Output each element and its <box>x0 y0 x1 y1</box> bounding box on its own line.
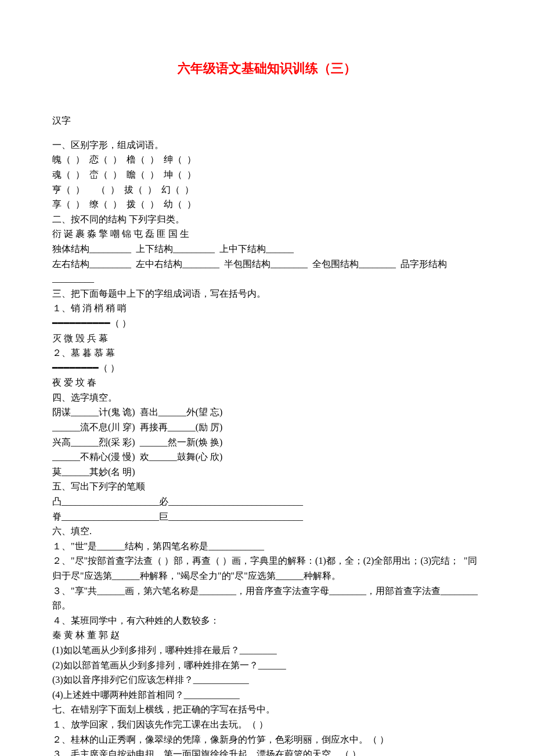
section-3-heading: 三、把下面每题中上下的字组成词语，写在括号内。 <box>52 286 482 301</box>
section-7-heading: 七、在错别字下面划上横线，把正确的字写在括号中。 <box>52 702 482 717</box>
section-1-line: 亨（ ） （ ） 拔（ ） 幻（ ） <box>52 182 482 197</box>
section-5-line: 凸_____________________必_________________… <box>52 494 482 509</box>
section-3-line: 灭 微 毁 兵 幕 <box>52 331 482 346</box>
section-4-line: ______不精心(漫 慢) 欢______鼓舞(心 欣) <box>52 449 482 465</box>
section-3-line: ２、墓 暮 慕 幕 <box>52 345 482 361</box>
section-2-line: 独体结构_________ 上下结构_________ 上中下结构______ <box>52 242 482 257</box>
section-4-line: 兴高______烈(采 彩) ______然一新(焕 换) <box>52 435 482 450</box>
section-6-line: ２、"尽"按部首查字法查（ ）部，再查（ ）画，字典里的解释：(1)都，全；(2… <box>52 553 482 583</box>
section-4-heading: 四、选字填空。 <box>52 390 482 405</box>
section-1-line: 魄（ ） 恋（ ） 橹（ ） 绅（ ） <box>52 152 482 167</box>
section-6-line: (4)上述姓中哪两种姓部首相同？____________ <box>52 687 482 703</box>
section-6-line: ４、某班同学中，有六种姓的人数较多： <box>52 613 482 628</box>
section-3-line: 夜 爱 坟 春 <box>52 375 482 390</box>
section-6-line: (1)如以笔画从少到多排列，哪种姓排在最后？________ <box>52 643 482 658</box>
section-2-line: 衍 诞 裹 淼 擎 嘲 锦 屯 磊 匪 国 生 <box>52 226 482 242</box>
section-3-line: ━━━━━━━━━━（ ） <box>52 316 482 331</box>
section-2-heading: 二、按不同的结构 下列字归类。 <box>52 212 482 227</box>
section-6-line: １、"世"是______结构，第四笔名称是____________ <box>52 539 482 554</box>
section-3-line: ━━━━━━━━（ ） <box>52 361 482 376</box>
section-6-line: ３、"享"共______画，第六笔名称是________，用音序查字法查字母__… <box>52 584 482 613</box>
section-1-heading: 一、区别字形，组成词语。 <box>52 138 482 153</box>
section-3-line: １、销 消 梢 稍 哨 <box>52 301 482 316</box>
section-7-line: ２、桂林的山正秀啊，像翠绿的凭障，像新身的竹笋，色彩明丽，倒应水中。（ ） <box>52 732 482 747</box>
section-6-line: (3)如以音序排列它们应该怎样排？____________ <box>52 672 482 687</box>
section-7-line: １、放学回家，我们因该先作完工课在出去玩。（ ） <box>52 717 482 732</box>
section-5-heading: 五、写出下列字的笔顺 <box>52 479 482 494</box>
section-4-line: ______流不息(川 穿) 再接再______(励 厉) <box>52 420 482 435</box>
section-4-line: 莫______其妙(名 明) <box>52 465 482 480</box>
section-6-line: 秦 黄 林 董 郭 赵 <box>52 628 482 643</box>
subject-header: 汉字 <box>52 113 482 128</box>
page-title: 六年级语文基础知识训练（三） <box>52 58 482 78</box>
section-1-line: 魂（ ） 峦（ ） 瞻（ ） 坤（ ） <box>52 167 482 182</box>
section-4-line: 阴谋______计(鬼 诡) 喜出______外(望 忘) <box>52 405 482 420</box>
section-2-line: 左右结构_________ 左中右结构________ 半包围结构_______… <box>52 257 482 286</box>
section-6-line: (2)如以部首笔画从少到多排列，哪种姓排在第一？______ <box>52 658 482 673</box>
section-1-line: 享（ ） 缭（ ） 拨（ ） 幼（ ） <box>52 197 482 212</box>
section-7-line: ３、毛主席亲自按动电扭，第一面国旗徐徐升起，漂扬在蔚篮的天空。（ ） <box>52 747 482 756</box>
section-5-line: 脊_____________________巨_________________… <box>52 509 482 524</box>
section-6-heading: 六、填空. <box>52 524 482 539</box>
